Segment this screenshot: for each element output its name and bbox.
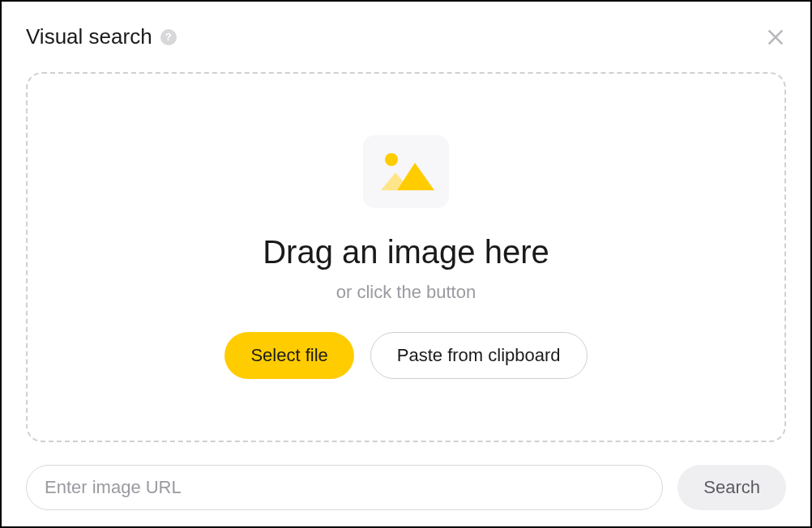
button-row: Select file Paste from clipboard [224,332,587,379]
url-row: Search [26,465,786,510]
drop-zone-subtitle: or click the button [336,282,476,303]
help-icon[interactable]: ? [160,29,177,45]
modal-title: Visual search [26,24,152,49]
search-button[interactable]: Search [677,465,786,510]
image-icon [363,135,449,208]
select-file-button[interactable]: Select file [224,332,353,379]
header-left: Visual search ? [26,24,177,49]
drop-zone[interactable]: Drag an image here or click the button S… [26,72,786,442]
drop-zone-title: Drag an image here [263,234,549,270]
modal-header: Visual search ? [26,24,786,49]
svg-point-2 [385,153,398,166]
image-url-input[interactable] [26,465,663,510]
close-icon[interactable] [765,27,786,48]
paste-clipboard-button[interactable]: Paste from clipboard [370,332,588,379]
